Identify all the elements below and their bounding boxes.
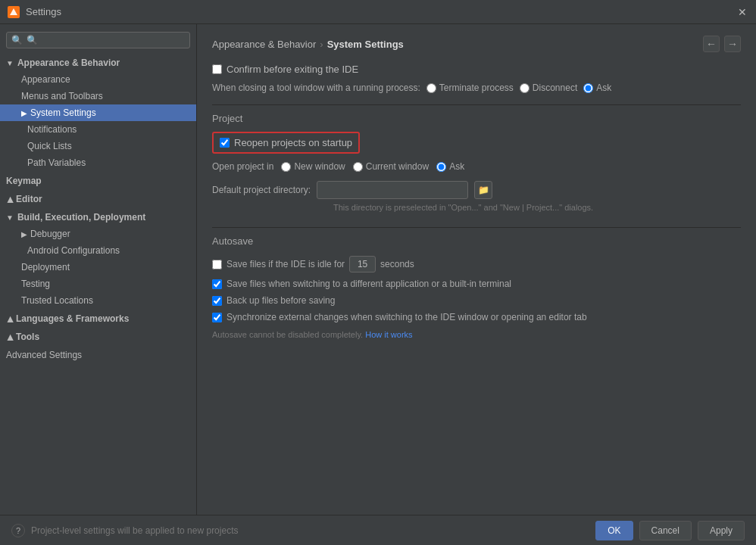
sidebar-group-header-keymap[interactable]: Keymap bbox=[0, 173, 196, 189]
backup-files-text: Back up files before saving bbox=[226, 295, 335, 306]
ask-radio1[interactable] bbox=[583, 83, 593, 93]
sidebar-group-header-appearance-behavior[interactable]: ▼ Appearance & Behavior bbox=[0, 54, 196, 71]
disconnect-radio[interactable] bbox=[520, 83, 530, 93]
sidebar-item-deployment[interactable]: Deployment bbox=[0, 259, 196, 276]
footer-left: ? Project-level settings will be applied… bbox=[11, 524, 238, 537]
divider2 bbox=[212, 227, 741, 228]
dir-note: This directory is preselected in "Open..… bbox=[333, 203, 741, 212]
current-window-radio[interactable] bbox=[353, 162, 363, 172]
breadcrumb-part2: System Settings bbox=[327, 39, 404, 50]
new-window-option[interactable]: New window bbox=[281, 161, 345, 172]
new-window-label: New window bbox=[294, 161, 345, 172]
sidebar-item-path-variables[interactable]: Path Variables bbox=[0, 154, 196, 171]
sidebar-group-languages: ▶ Languages & Frameworks bbox=[0, 310, 196, 327]
svg-marker-0 bbox=[10, 8, 17, 15]
item-label: Path Variables bbox=[27, 157, 86, 168]
close-button[interactable]: ✕ bbox=[736, 6, 748, 18]
item-label: Trusted Locations bbox=[21, 295, 93, 306]
cancel-button[interactable]: Cancel bbox=[639, 521, 692, 540]
terminate-option[interactable]: Terminate process bbox=[426, 83, 514, 93]
default-dir-input[interactable] bbox=[317, 181, 468, 199]
group-label: Appearance & Behavior bbox=[17, 58, 120, 68]
chevron-icon: ▼ bbox=[6, 213, 14, 222]
sidebar-group-header-build[interactable]: ▼ Build, Execution, Deployment bbox=[0, 209, 196, 226]
disconnect-option[interactable]: Disconnect bbox=[520, 83, 577, 93]
search-box[interactable]: 🔍 bbox=[6, 32, 190, 48]
save-idle-checkbox[interactable] bbox=[212, 260, 222, 269]
apply-button[interactable]: Apply bbox=[698, 521, 745, 540]
ask-option2[interactable]: Ask bbox=[436, 161, 464, 172]
sidebar-group-build: ▼ Build, Execution, Deployment ▶ Debugge… bbox=[0, 209, 196, 309]
ask-radio2[interactable] bbox=[436, 162, 446, 172]
sidebar-group-header-languages[interactable]: ▶ Languages & Frameworks bbox=[0, 310, 196, 327]
default-dir-row: Default project directory: 📁 bbox=[212, 181, 741, 199]
item-label: Editor bbox=[16, 194, 42, 204]
idle-seconds-input[interactable] bbox=[349, 256, 376, 272]
backup-files-checkbox[interactable] bbox=[212, 296, 222, 306]
autosave-label: Autosave bbox=[212, 235, 741, 247]
sidebar-item-notifications[interactable]: Notifications bbox=[0, 121, 196, 138]
sync-external-checkbox[interactable] bbox=[212, 313, 222, 322]
item-label: Deployment bbox=[21, 262, 70, 272]
sidebar-group-keymap: Keymap bbox=[0, 173, 196, 189]
item-label: Debugger bbox=[30, 229, 70, 239]
sidebar-item-debugger[interactable]: ▶ Debugger bbox=[0, 226, 196, 242]
sidebar-group-editor: ▶ Editor bbox=[0, 191, 196, 207]
item-label: Advanced Settings bbox=[6, 350, 82, 360]
reopen-projects-checkbox[interactable] bbox=[220, 138, 230, 148]
save-switching-checkbox[interactable] bbox=[212, 279, 222, 289]
reopen-projects-label: Reopen projects on startup bbox=[234, 137, 352, 148]
sidebar-group-header-advanced[interactable]: Advanced Settings bbox=[0, 347, 196, 363]
sidebar-item-quick-lists[interactable]: Quick Lists bbox=[0, 138, 196, 154]
sidebar-item-trusted-locations[interactable]: Trusted Locations bbox=[0, 292, 196, 309]
chevron-icon: ▶ bbox=[5, 196, 14, 202]
tool-window-label: When closing a tool window with a runnin… bbox=[212, 83, 420, 93]
item-label: Menus and Toolbars bbox=[21, 91, 103, 101]
sidebar-item-menus-toolbars[interactable]: Menus and Toolbars bbox=[0, 88, 196, 104]
confirm-exit-checkbox[interactable] bbox=[212, 64, 222, 74]
tool-process-row: When closing a tool window with a runnin… bbox=[212, 83, 741, 93]
new-window-radio[interactable] bbox=[281, 162, 291, 172]
item-label: Android Configurations bbox=[27, 245, 120, 256]
search-input[interactable] bbox=[27, 35, 185, 45]
ask-label2: Ask bbox=[449, 161, 464, 172]
default-dir-label: Default project directory: bbox=[212, 185, 311, 195]
chevron-icon: ▶ bbox=[21, 230, 27, 238]
item-label: Tools bbox=[16, 332, 39, 342]
confirm-exit-label[interactable]: Confirm before exiting the IDE bbox=[212, 64, 358, 75]
sidebar-item-testing[interactable]: Testing bbox=[0, 276, 196, 292]
sidebar-item-android-configurations[interactable]: Android Configurations bbox=[0, 242, 196, 259]
current-window-option[interactable]: Current window bbox=[353, 161, 429, 172]
ask-option1[interactable]: Ask bbox=[583, 83, 611, 93]
sidebar-group-tools: ▶ Tools bbox=[0, 329, 196, 345]
title-bar: Settings ✕ bbox=[0, 0, 756, 24]
nav-back-button[interactable]: ← bbox=[703, 36, 720, 52]
backup-files-label[interactable]: Back up files before saving bbox=[212, 295, 335, 306]
sidebar-group-header-editor[interactable]: ▶ Editor bbox=[0, 191, 196, 207]
reopen-projects-row: Reopen projects on startup bbox=[212, 132, 360, 154]
footer-status-text: Project-level settings will be applied t… bbox=[31, 525, 238, 536]
chevron-icon: ▶ bbox=[21, 109, 27, 117]
how-it-works-link[interactable]: How it works bbox=[365, 330, 412, 339]
app-icon bbox=[8, 6, 20, 18]
item-label: Notifications bbox=[27, 124, 77, 135]
save-switching-label[interactable]: Save files when switching to a different… bbox=[212, 279, 511, 289]
autosave-section: Autosave Save files if the IDE is idle f… bbox=[212, 235, 741, 339]
save-idle-label[interactable]: Save files if the IDE is idle for bbox=[212, 259, 345, 269]
ok-button[interactable]: OK bbox=[595, 521, 633, 540]
sidebar-item-appearance[interactable]: Appearance bbox=[0, 71, 196, 88]
current-window-label: Current window bbox=[366, 161, 429, 172]
nav-forward-button[interactable]: → bbox=[724, 36, 741, 52]
sidebar-group-header-tools[interactable]: ▶ Tools bbox=[0, 329, 196, 345]
terminate-radio[interactable] bbox=[426, 83, 436, 93]
sidebar-item-system-settings[interactable]: ▶ System Settings bbox=[0, 104, 196, 121]
item-label: Appearance bbox=[21, 74, 70, 85]
project-section-label: Project bbox=[212, 113, 741, 124]
disconnect-label: Disconnect bbox=[533, 83, 577, 93]
help-button[interactable]: ? bbox=[11, 524, 25, 537]
autosave-note-row: Autosave cannot be disabled completely. … bbox=[212, 330, 741, 339]
divider1 bbox=[212, 104, 741, 105]
breadcrumb-part1: Appearance & Behavior bbox=[212, 39, 316, 50]
browse-button[interactable]: 📁 bbox=[474, 181, 492, 199]
sync-external-label[interactable]: Synchronize external changes when switch… bbox=[212, 312, 587, 322]
